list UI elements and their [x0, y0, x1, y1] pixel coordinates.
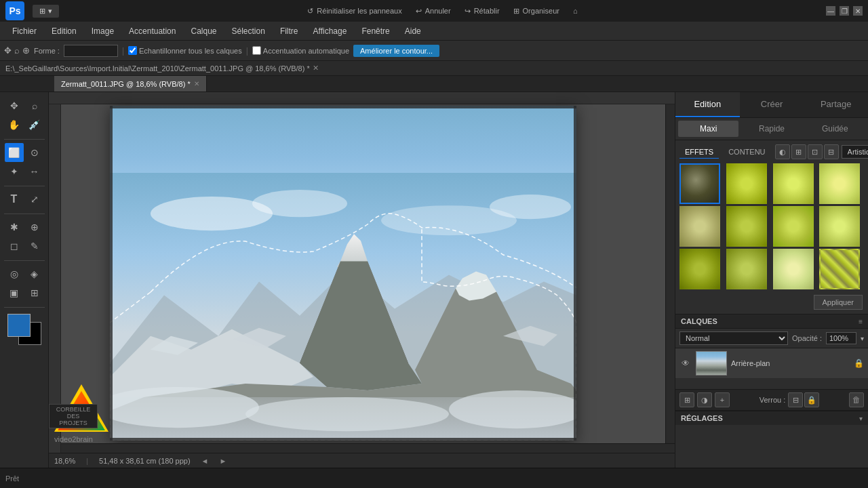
effect-thumb-9[interactable] — [679, 249, 720, 289]
reglages-bar: RÉGLAGES ▾ — [675, 410, 868, 425]
view-toggle-btn[interactable]: ⊞ ▾ — [33, 5, 59, 18]
menu-fichier[interactable]: Fichier — [5, 24, 43, 38]
tool-marquee-rect[interactable]: ⬜ — [5, 143, 24, 162]
panel-tab-partage[interactable]: Partage — [804, 92, 868, 117]
foreground-swatch[interactable] — [7, 314, 31, 337]
scroll-vertical[interactable] — [665, 104, 675, 443]
tool-paint[interactable]: ✎ — [25, 237, 44, 256]
home-btn[interactable]: ⌂ — [573, 7, 578, 15]
undo-icon: ↩ — [416, 7, 422, 16]
layers-list: 👁 Arrière-plan 🔒 — [675, 348, 868, 389]
tool-move[interactable]: ✥ — [5, 96, 24, 115]
menu-edition[interactable]: Edition — [45, 24, 83, 38]
filter-icon-3[interactable]: ⊡ — [808, 144, 823, 159]
effect-thumb-12[interactable] — [819, 249, 860, 289]
tool-magic-wand[interactable]: ✦ — [5, 162, 24, 181]
filter-icon-4[interactable]: ⊟ — [824, 144, 839, 159]
tool-eyedropper[interactable]: 💉 — [25, 115, 44, 134]
mode-tab-rapide[interactable]: Rapide — [741, 121, 802, 137]
reset-panels-btn[interactable]: ↺ Réinitialiser les panneaux — [307, 7, 401, 16]
effect-thumb-8[interactable] — [819, 206, 860, 247]
layer-item-background[interactable]: 👁 Arrière-plan 🔒 — [675, 348, 868, 379]
tool-blur[interactable]: ◎ — [5, 264, 24, 283]
effect-thumb-6[interactable] — [726, 206, 767, 247]
panel-tab-edition[interactable]: Edition — [675, 92, 740, 117]
new-layer-btn[interactable]: + — [715, 392, 730, 407]
redo-icon: ↪ — [465, 7, 471, 16]
redo-btn[interactable]: ↪ Rétablir — [465, 7, 500, 16]
tab-close-btn[interactable]: ✕ — [194, 80, 199, 87]
tool-hand[interactable]: ✋ — [5, 115, 24, 134]
forme-input[interactable] — [64, 45, 118, 57]
effect-thumb-3[interactable] — [773, 163, 814, 204]
organizer-btn[interactable]: ⊞ Organiseur — [513, 7, 559, 16]
effect-thumb-4[interactable] — [819, 163, 860, 204]
apply-effect-btn[interactable]: Appliquer — [814, 295, 863, 310]
tab-main[interactable]: Zermatt_0011.JPG @ 18,6% (RVB/8) * ✕ — [54, 76, 207, 92]
menu-fenetre[interactable]: Fenêtre — [355, 24, 396, 38]
nav-prev[interactable]: ◄ — [201, 457, 209, 465]
lock-all-btn[interactable]: 🔒 — [804, 392, 819, 407]
new-layer-group-btn[interactable]: ⊞ — [679, 392, 694, 407]
tool-shape[interactable]: ▣ — [5, 283, 24, 302]
color-swatches — [7, 314, 41, 345]
menu-accentuation[interactable]: Accentuation — [122, 24, 182, 38]
close-btn[interactable]: ✕ — [853, 6, 863, 16]
blend-mode-select[interactable]: Normal — [679, 331, 788, 345]
maximize-btn[interactable]: ❐ — [840, 6, 849, 16]
menu-aide[interactable]: Aide — [398, 24, 428, 38]
tool-sharpen[interactable]: ◈ — [25, 264, 44, 283]
new-adjustment-btn[interactable]: ◑ — [697, 392, 712, 407]
ameliorer-btn[interactable]: Améliorer le contour... — [353, 45, 439, 57]
tool-icon-zoom: ⌕ — [14, 45, 20, 56]
effects-tab-contenu[interactable]: CONTENU — [723, 146, 770, 158]
effect-thumb-10[interactable] — [726, 249, 767, 289]
filter-icon-2[interactable]: ⊞ — [791, 144, 806, 159]
filter-icon-1[interactable]: ◐ — [775, 144, 790, 159]
layers-options-btn[interactable]: ≡ — [859, 318, 863, 325]
mode-tab-maxi[interactable]: Maxi — [678, 121, 738, 137]
reglages-expand-btn[interactable]: ▾ — [859, 415, 863, 422]
effect-thumb-5[interactable] — [679, 206, 720, 247]
titlebar-actions: ⊞ ▾ — [33, 5, 59, 18]
opacity-input[interactable] — [826, 332, 856, 344]
tool-eraser[interactable]: ◻ — [5, 237, 24, 256]
menu-image[interactable]: Image — [85, 24, 121, 38]
effect-thumb-7[interactable] — [773, 206, 814, 247]
nav-next[interactable]: ► — [219, 457, 226, 465]
tool-crop[interactable]: ⤢ — [25, 190, 44, 209]
menu-calque[interactable]: Calque — [184, 24, 223, 38]
lock-position-btn[interactable]: ⊟ — [788, 392, 803, 407]
menu-affichage[interactable]: Affichage — [307, 24, 354, 38]
tool-clone[interactable]: ⊕ — [25, 218, 44, 237]
tool-lasso[interactable]: ⊙ — [25, 143, 44, 162]
tool-text[interactable]: T — [5, 190, 24, 209]
effect-thumb-1[interactable] — [679, 163, 720, 204]
scroll-horizontal[interactable] — [61, 443, 675, 453]
minimize-btn[interactable]: — — [826, 6, 835, 16]
tool-healing[interactable]: ✱ — [5, 218, 24, 237]
layer-visibility-btn[interactable]: 👁 — [679, 357, 692, 369]
effects-tab-effets[interactable]: EFFETS — [679, 146, 719, 159]
canvas-image[interactable] — [110, 106, 576, 441]
menu-filtre[interactable]: Filtre — [273, 24, 305, 38]
opacity-chevron: ▾ — [861, 335, 864, 342]
effect-thumb-2[interactable] — [726, 163, 767, 204]
dimensions-display: 51,48 x 38,61 cm (180 ppp) — [99, 457, 191, 465]
tool-adjust[interactable]: ⊞ — [25, 283, 44, 302]
tool-transform[interactable]: ↔ — [25, 162, 44, 181]
tool-zoom[interactable]: ⌕ — [25, 96, 44, 115]
path-close[interactable]: ✕ — [313, 64, 319, 73]
menu-selection[interactable]: Sélection — [225, 24, 272, 38]
effect-thumb-11[interactable] — [773, 249, 814, 289]
delete-layer-btn[interactable]: 🗑 — [849, 392, 864, 407]
effects-type-select[interactable]: Artistiques — [842, 145, 868, 159]
layers-header: CALQUES ≡ — [675, 314, 868, 329]
echantillonner-checkbox[interactable] — [128, 46, 137, 55]
undo-btn[interactable]: ↩ Annuler — [416, 7, 451, 16]
panel-tab-creer[interactable]: Créer — [740, 92, 804, 117]
accentuation-checkbox[interactable] — [252, 46, 261, 55]
svg-point-2 — [252, 190, 347, 217]
tool-divider-3 — [4, 214, 45, 214]
mode-tab-guidee[interactable]: Guidée — [805, 121, 865, 137]
